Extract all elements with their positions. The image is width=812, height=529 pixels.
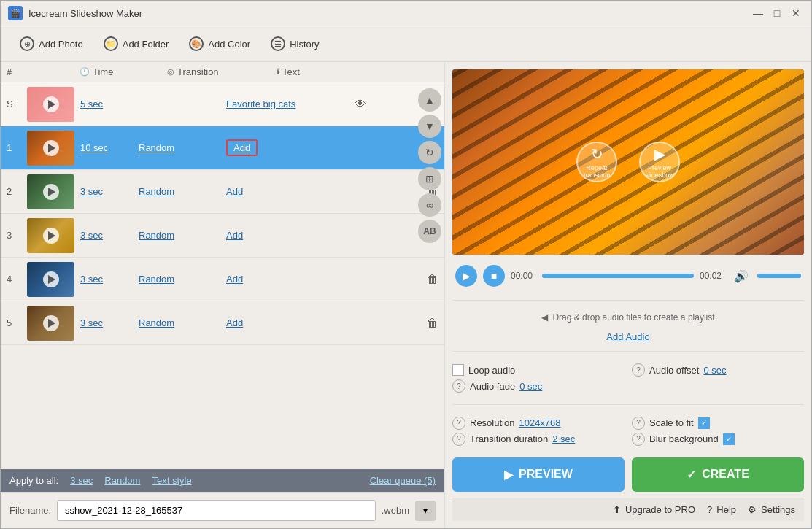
slide-time[interactable]: 3 sec [80,317,139,328]
slide-time-link[interactable]: 3 sec [80,274,103,285]
apply-text-style-link[interactable]: Text style [152,475,191,486]
audio-drop-zone[interactable]: ◀ Drag & drop audio files to create a pl… [452,309,804,325]
slide-transition[interactable]: Random [139,186,226,197]
audio-fade-option: ? Audio fade 0 sec [452,379,625,393]
slide-transition-link[interactable]: Random [139,142,174,153]
add-color-button[interactable]: 🎨 Add Color [179,32,260,55]
rotate-button[interactable]: ↻ [418,141,441,164]
upgrade-button[interactable]: ⬆ Upgrade to PRO [613,504,695,515]
slide-transition[interactable]: Random [139,230,226,241]
slide-transition[interactable]: Random [139,317,226,328]
eye-icon[interactable]: 👁 [355,98,366,111]
transition-dur-help-icon[interactable]: ? [452,433,465,446]
slide-time-link[interactable]: 5 sec [80,99,103,109]
volume-button[interactable]: 🔊 [731,266,751,286]
slide-row[interactable]: S 5 sec Favorite big cats [1,82,444,126]
apply-transition-link[interactable]: Random [104,475,140,486]
audio-offset-help-icon[interactable]: ? [632,363,645,377]
resolution-help-icon[interactable]: ? [452,417,465,430]
col-hash: # [7,66,32,77]
ext-dropdown-button[interactable]: ▾ [415,501,436,521]
minimize-button[interactable]: — [750,5,766,21]
apply-time-link[interactable]: 3 sec [70,475,93,486]
slide-time[interactable]: 3 sec [80,186,139,197]
blur-help-icon[interactable]: ? [632,433,645,446]
play-button[interactable]: ▶ [455,265,477,287]
text-button[interactable]: AB [418,220,441,243]
slide-time-link[interactable]: 3 sec [80,230,103,241]
slide-time-link[interactable]: 3 sec [80,186,103,197]
slide-transition-link[interactable]: Random [139,274,174,285]
slide-text-link[interactable]: Add [226,274,243,285]
transition-col-icon: ◎ [167,67,174,77]
slide-text-link[interactable]: Add [226,186,243,197]
clear-queue-link[interactable]: Clear queue (5) [370,475,436,486]
slide-time-link[interactable]: 3 sec [80,317,103,328]
settings-button[interactable]: ⚙ Settings [748,504,795,515]
transition-dur-value[interactable]: 2 sec [552,433,575,444]
move-up-button[interactable]: ▲ [418,88,441,112]
add-folder-button[interactable]: 📁 Add Folder [93,32,179,55]
slide-row[interactable]: 4 3 sec Random [1,258,444,301]
slide-transition-link[interactable]: Random [139,230,174,241]
add-photo-button[interactable]: ⊕ Add Photo [9,32,93,55]
audio-offset-value[interactable]: 0 sec [703,365,726,376]
history-button[interactable]: ☰ History [260,32,329,55]
history-icon: ☰ [271,36,285,51]
slide-transition-link[interactable]: Random [139,317,174,328]
preview-button[interactable]: ▶ PREVIEW [452,457,625,492]
slide-text[interactable]: Add [226,186,299,197]
loop-audio-checkbox[interactable] [452,364,464,376]
slide-text[interactable]: Add [226,142,299,153]
slide-text-link[interactable]: Add [226,317,243,328]
delete-icon[interactable]: 🗑 [427,273,438,286]
repeat-transition-button[interactable]: ↻ Repeat transition [576,142,617,182]
move-down-button[interactable]: ▼ [418,115,441,138]
blur-checkbox[interactable]: ✓ [723,433,735,445]
preview-btn-icon: ▶ [504,468,513,482]
close-button[interactable]: ✕ [788,5,804,21]
slide-time[interactable]: 5 sec [80,99,139,109]
help-button[interactable]: ? Help [707,504,736,515]
slide-time[interactable]: 3 sec [80,274,139,285]
slide-time[interactable]: 3 sec [80,230,139,241]
slide-row[interactable]: 5 3 sec Random [1,301,444,345]
crop-button[interactable]: ⊞ [418,167,441,190]
slide-row[interactable]: 3 3 sec Random [1,214,444,258]
stop-button[interactable]: ■ [483,265,505,287]
slide-text[interactable]: Favorite big cats [226,99,299,109]
filename-bar: Filename: .webm ▾ [1,492,444,528]
slide-text-link[interactable]: Add [233,142,250,153]
audio-offset-label: Audio offset [649,365,699,376]
volume-bar[interactable] [757,274,801,278]
progress-bar[interactable] [542,274,694,278]
audio-fade-help-icon[interactable]: ? [452,379,465,393]
settings-label: Settings [761,504,795,515]
slide-text[interactable]: Add [226,230,299,241]
slide-transition[interactable]: Random [139,142,226,153]
scale-help-icon[interactable]: ? [632,417,645,430]
delete-icon[interactable]: 🗑 [427,317,438,330]
slide-time[interactable]: 10 sec [80,142,139,153]
maximize-button[interactable]: □ [769,5,785,21]
slide-row[interactable]: 2 3 sec Random [1,170,444,214]
drag-drop-text: Drag & drop audio files to create a play… [552,312,714,323]
slide-text[interactable]: Add [226,274,299,285]
slide-text-link[interactable]: Favorite big cats [226,99,295,109]
slide-text-link[interactable]: Add [226,230,243,241]
filename-input[interactable] [57,500,376,521]
audio-fade-value[interactable]: 0 sec [519,381,542,392]
loop-button[interactable]: ∞ [418,193,441,217]
slide-list: ▲ ▼ ↻ ⊞ ∞ AB S [1,82,444,469]
preview-play-icon: ▶ [654,145,665,163]
slide-transition[interactable]: Random [139,274,226,285]
preview-slideshow-button[interactable]: ▶ Preview slideshow [639,142,680,182]
scale-checkbox[interactable]: ✓ [698,417,710,429]
resolution-value[interactable]: 1024x768 [519,417,560,428]
slide-text[interactable]: Add [226,317,299,328]
add-audio-link[interactable]: Add Audio [452,331,804,342]
slide-time-link[interactable]: 10 sec [80,142,108,153]
slide-transition-link[interactable]: Random [139,186,174,197]
slide-row[interactable]: 1 10 sec Random [1,126,444,170]
create-button[interactable]: ✓ CREATE [632,457,804,492]
